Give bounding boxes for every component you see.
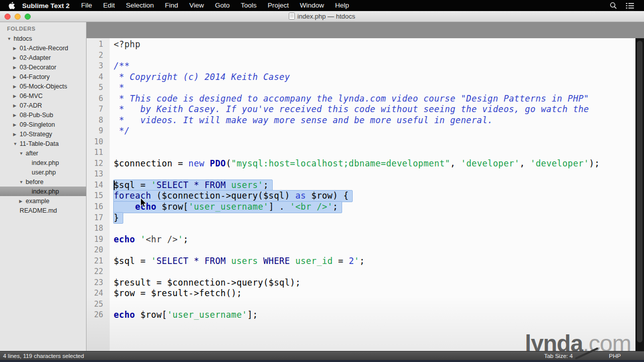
code-line-3[interactable]: 3/** [87,61,635,72]
sidebar-item-04-factory[interactable]: ▶04-Factory [0,72,86,81]
sidebar-item-label: index.php [32,159,59,166]
code-line-17[interactable]: 17} [87,213,635,224]
sidebar-item-09-singleton[interactable]: ▶09-Singleton [0,120,86,129]
menu-item-goto[interactable]: Goto [209,0,235,11]
code-line-24[interactable]: 24$row = $result->fetch(); [87,288,635,299]
line-content [110,147,114,158]
code-line-2[interactable]: 2 [87,50,635,61]
code-line-14[interactable]: 14$sql = 'SELECT * FROM users'; [87,180,635,191]
menu-item-project[interactable]: Project [262,0,294,11]
disclosure-right-icon[interactable]: ▶ [13,113,20,118]
sidebar-item-06-mvc[interactable]: ▶06-MVC [0,91,86,101]
code-line-25[interactable]: 25 [87,299,635,310]
code-line-7[interactable]: 7 * by Keith Casey. If you've received t… [87,104,635,115]
code-token: ; [359,256,365,266]
code-line-11[interactable]: 11 [87,147,635,158]
code-line-10[interactable]: 10 [87,137,635,148]
menu-item-file[interactable]: File [75,0,98,11]
spotlight-search-icon[interactable] [610,2,617,9]
code-line-22[interactable]: 22 [87,266,635,278]
code-line-9[interactable]: 9 */ [87,126,635,137]
sidebar-item-label: after [26,150,38,157]
sidebar-item-11-table-data[interactable]: ▼11-Table-Data [0,139,86,148]
menu-item-view[interactable]: View [184,0,209,11]
code-line-26[interactable]: 26echo $row['user_username']; [87,310,635,321]
disclosure-right-icon[interactable]: ▶ [13,84,20,89]
sidebar-item-label: 05-Mock-Objects [20,83,67,90]
code-line-6[interactable]: 6 * This code is designed to accompany t… [87,94,635,105]
code-line-5[interactable]: 5 * [87,82,635,94]
code-line-18[interactable]: 18 [87,223,635,234]
code-token: $sql = [114,256,151,266]
apple-menu[interactable] [5,0,18,11]
sidebar-item-index-php[interactable]: index.php [0,158,86,167]
sidebar-item-08-pub-sub[interactable]: ▶08-Pub-Sub [0,110,86,120]
sidebar-item-after[interactable]: ▼after [0,148,86,158]
disclosure-right-icon[interactable]: ▶ [13,46,20,51]
sidebar-item-05-mock-objects[interactable]: ▶05-Mock-Objects [0,81,86,91]
code-line-13[interactable]: 13 [87,169,635,180]
sidebar-item-01-active-record[interactable]: ▶01-Active-Record [0,43,86,53]
code-line-4[interactable]: 4 * Copyright (c) 2014 Keith Casey [87,72,635,83]
disclosure-right-icon[interactable]: ▶ [19,199,26,204]
code-token: ' [151,256,156,266]
menu-item-selection[interactable]: Selection [120,0,159,11]
sidebar-item-02-adapter[interactable]: ▶02-Adapter [0,53,86,62]
sidebar-item-before[interactable]: ▼before [0,177,86,187]
sidebar-item-label: 11-Table-Data [20,140,59,147]
menu-item-tools[interactable]: Tools [235,0,262,11]
code-line-12[interactable]: 12$connection = new PDO("mysql:host=loca… [87,158,635,169]
line-content [110,169,114,180]
sidebar-item-index-php[interactable]: index.php [0,187,86,196]
disclosure-down-icon[interactable]: ▼ [13,141,20,146]
disclosure-right-icon[interactable]: ▶ [13,55,20,60]
editor-body[interactable]: 1<?php23/**4 * Copyright (c) 2014 Keith … [87,38,644,351]
code-line-19[interactable]: 19echo '<hr />'; [87,234,635,245]
disclosure-right-icon[interactable]: ▶ [13,94,20,99]
disclosure-down-icon[interactable]: ▼ [19,151,26,156]
code-line-23[interactable]: 23$result = $connection->query($sql); [87,278,635,289]
code-token: <?php [114,39,140,49]
disclosure-right-icon[interactable]: ▶ [13,74,20,79]
disclosure-right-icon[interactable]: ▶ [13,132,20,137]
code-token: echo [114,234,135,244]
disclosure-down-icon[interactable]: ▼ [7,36,14,41]
sidebar-item-htdocs[interactable]: ▼htdocs [0,34,86,43]
menu-item-edit[interactable]: Edit [98,0,120,11]
sidebar-item-10-strategy[interactable]: ▶10-Strategy [0,129,86,139]
line-content: echo $row['user_username'] . '<br />'; [110,202,342,213]
window-title-text: index.php — htdocs [297,13,355,20]
disclosure-right-icon[interactable]: ▶ [13,122,20,127]
code-line-15[interactable]: 15foreach ($connection->query($sql) as $… [87,191,635,202]
menu-item-find[interactable]: Find [159,0,184,11]
code-token: ( [226,158,231,168]
menu-item-window[interactable]: Window [294,0,330,11]
scrollbar[interactable] [635,38,644,351]
disclosure-down-icon[interactable]: ▼ [19,179,26,185]
sidebar-item-03-decorator[interactable]: ▶03-Decorator [0,62,86,72]
code-line-20[interactable]: 20 [87,245,635,256]
sidebar-item-07-adr[interactable]: ▶07-ADR [0,101,86,110]
scrollbar-thumb[interactable] [637,41,642,342]
editor-pane[interactable]: 1<?php23/**4 * Copyright (c) 2014 Keith … [87,22,644,351]
line-number: 17 [87,213,110,224]
menu-item-help[interactable]: Help [330,0,355,11]
app-menu-title[interactable]: Sublime Text 2 [18,2,75,10]
sidebar-item-readme-md[interactable]: README.md [0,206,86,215]
sidebar-item-user-php[interactable]: user.php [0,167,86,177]
notification-center-icon[interactable] [626,3,634,9]
code-line-1[interactable]: 1<?php [87,39,635,50]
sidebar-item-example[interactable]: ▶example [0,196,86,206]
window-title-bar[interactable]: index.php — htdocs [0,11,644,22]
code-line-21[interactable]: 21$sql = 'SELECT * FROM users WHERE user… [87,256,635,267]
tab-size-indicator[interactable]: Tab Size: 4 [544,353,573,359]
code-lines[interactable]: 1<?php23/**4 * Copyright (c) 2014 Keith … [87,39,635,321]
disclosure-right-icon[interactable]: ▶ [13,103,20,108]
code-line-8[interactable]: 8 * videos. It will make way more sense … [87,115,635,126]
code-line-16[interactable]: 16 echo $row['user_username'] . '<br />'… [87,202,635,213]
main-area: FOLDERS ▼htdocs▶01-Active-Record▶02-Adap… [0,22,644,351]
selection-status: 4 lines, 119 characters selected [3,353,84,359]
syntax-indicator[interactable]: PHP [609,353,621,359]
sidebar[interactable]: FOLDERS ▼htdocs▶01-Active-Record▶02-Adap… [0,22,87,351]
disclosure-right-icon[interactable]: ▶ [13,65,20,70]
